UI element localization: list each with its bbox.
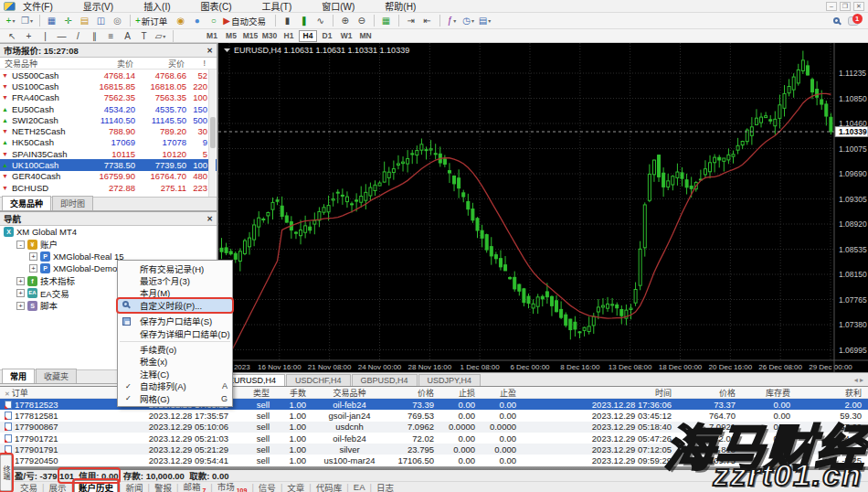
navigator-panel-icon[interactable]: ▤ xyxy=(77,14,92,27)
search-icon[interactable] xyxy=(829,14,844,27)
new-order-icon[interactable]: +新订单 xyxy=(134,14,172,27)
timeframe-M30[interactable]: M30 xyxy=(260,30,279,42)
navigator-tab[interactable]: 收藏夹 xyxy=(36,369,77,383)
chart-tab[interactable]: GBPUSD,H4 xyxy=(352,374,418,386)
timeframe-D1[interactable]: D1 xyxy=(318,30,336,42)
history-row[interactable]: 1779204502023.12.29 09:54:41sell1.00us10… xyxy=(0,455,868,465)
terminal-tab-3[interactable]: 新闻 xyxy=(122,481,146,492)
strategy-tester-icon[interactable]: ◎ xyxy=(110,14,125,27)
cursor-icon[interactable]: ↖ xyxy=(5,29,20,43)
minimize-button[interactable]: – xyxy=(826,2,837,11)
crosshair-icon[interactable]: + xyxy=(21,29,37,43)
data-window-icon[interactable]: ✛ xyxy=(60,14,76,27)
deposit-icon[interactable]: ◉ xyxy=(173,14,188,27)
market-watch-row[interactable]: ▼SPAIN35Cash10115101205 xyxy=(0,148,217,159)
periods-icon[interactable]: ◷▾ xyxy=(460,14,476,27)
history-row[interactable]: 1779008672023.12.29 05:10:06sell1.00usdc… xyxy=(0,422,868,433)
fibonacci-icon[interactable]: ≡ xyxy=(103,29,119,43)
market-watch-row[interactable]: ▼NETH25Cash788.90789.2030 xyxy=(0,125,217,136)
market-watch-row[interactable]: ▼US100Cash16815.8516818.05220 xyxy=(0,80,217,91)
close-button[interactable]: ✕ xyxy=(853,2,864,11)
equidistant-channel-icon[interactable]: ∥ xyxy=(87,29,102,43)
market-watch-row[interactable]: ▲UK100Cash7738.507739.50100 xyxy=(0,159,217,170)
tile-windows-icon[interactable]: ▦ xyxy=(378,14,394,27)
history-row[interactable]: 1779017212023.12.29 05:21:03sell1.00oil-… xyxy=(0,433,868,444)
tree-expander-icon[interactable]: + xyxy=(29,252,37,261)
context-menu-item[interactable]: 税金(x) xyxy=(118,356,232,368)
context-menu-item[interactable]: ✓自动排列(A)A xyxy=(118,380,232,392)
market-watch-tab[interactable]: 交易品种 xyxy=(2,196,51,210)
price-chart[interactable]: 1.112351.108501.104601.100751.096901.093… xyxy=(217,43,868,372)
menu-item-0[interactable]: 文件(F) xyxy=(23,2,53,12)
text-label-icon[interactable]: T xyxy=(136,29,152,43)
terminal-tab-7[interactable]: 信号 xyxy=(255,481,280,492)
terminal-tab-6[interactable]: 市场 109 xyxy=(214,480,251,492)
chart-tab[interactable]: USDCHF,H4 xyxy=(286,374,351,386)
horizontal-line-icon[interactable]: — xyxy=(54,29,69,43)
chart-tabs-scroll-icons[interactable]: ◂ ▸ xyxy=(854,376,868,384)
auto-trading-icon[interactable]: ▶自动交易 xyxy=(222,14,270,27)
context-menu-item[interactable]: ✓网格(G)G xyxy=(118,392,232,404)
menu-item-3[interactable]: 图表(C) xyxy=(201,2,232,12)
terminal-tab-4[interactable]: 警报 xyxy=(151,481,175,492)
history-close-icon[interactable]: ✕ xyxy=(5,390,12,397)
chart-tab[interactable]: USDJPY,H4 xyxy=(418,374,481,386)
notifications-icon[interactable]: 1 xyxy=(845,14,861,27)
templates-icon[interactable]: ▤▾ xyxy=(477,14,492,27)
navigator-item[interactable]: XXM Global MT4 xyxy=(0,226,217,238)
shapes-icon[interactable]: ▱▾ xyxy=(153,29,168,43)
market-watch-scrollbar[interactable] xyxy=(208,70,216,197)
terminal-tab-9[interactable]: 代码库 xyxy=(312,481,346,492)
market-watch-row[interactable]: ▲HK50Cash17069170789 xyxy=(0,137,217,148)
auto-scroll-icon[interactable]: ⇥ xyxy=(403,14,418,27)
candlestick-chart-icon[interactable]: ❚ xyxy=(296,14,312,27)
market-watch-row[interactable]: ▼GER40Cash16759.9016764.70480 xyxy=(0,171,217,182)
tree-expander-icon[interactable]: + xyxy=(16,289,25,297)
navigator-close-icon[interactable]: ✕ xyxy=(206,215,213,223)
terminal-tab-2[interactable]: 账户历史 xyxy=(74,480,118,492)
terminal-panel-icon[interactable]: ◫ xyxy=(93,14,109,27)
terminal-tab-11[interactable]: 日志 xyxy=(373,481,397,492)
menu-item-1[interactable]: 显示(V) xyxy=(83,2,113,12)
market-watch-close-icon[interactable]: ✕ xyxy=(206,47,213,55)
terminal-tab-8[interactable]: 文章 xyxy=(283,481,308,492)
chart-canvas[interactable]: 1.112351.108501.104601.100751.096901.093… xyxy=(218,43,868,372)
zoom-in-icon[interactable]: ⊕ xyxy=(337,14,353,27)
terminal-tab-5[interactable]: 邮箱 7 xyxy=(179,480,209,492)
market-watch-row[interactable]: ▼FRA40Cash7562.357563.35100 xyxy=(0,92,217,103)
terminal-tab-0[interactable]: 交易 xyxy=(16,481,41,492)
timeframe-M5[interactable]: M5 xyxy=(222,30,240,42)
vertical-line-icon[interactable]: | xyxy=(37,29,53,43)
terminal-tab-1[interactable]: 展示 xyxy=(45,481,69,492)
website-icon[interactable]: ○ xyxy=(206,14,221,27)
restore-button[interactable]: ❐ xyxy=(840,2,851,11)
text-icon[interactable]: A xyxy=(120,29,135,43)
context-menu-item[interactable]: 自定义时段(P)... xyxy=(118,299,232,311)
navigator-item[interactable]: -¥账户 xyxy=(0,238,217,250)
context-menu-item[interactable]: 保存为详细户口结单(D) xyxy=(118,327,232,339)
chart-shift-icon[interactable]: ⇤ xyxy=(419,14,435,27)
terminal-tab-10[interactable]: EA xyxy=(350,482,369,492)
line-chart-icon[interactable]: ∿ xyxy=(312,14,328,27)
context-menu-item[interactable]: 所有交易记录(H) xyxy=(118,262,232,274)
navigator-tab[interactable]: 常用 xyxy=(2,369,35,383)
market-watch-row[interactable]: ▼US500Cash4768.144768.6652 xyxy=(0,70,217,80)
market-watch-row[interactable]: ▼BCHUSD272.88275.11223 xyxy=(0,182,217,193)
indicators-icon[interactable]: ƒ▾ xyxy=(444,14,460,27)
tree-expander-icon[interactable]: + xyxy=(16,277,25,285)
context-menu-item[interactable]: 手续费(o) xyxy=(118,343,232,355)
new-chart-icon[interactable]: +▾ xyxy=(3,14,18,27)
market-watch-row[interactable]: ▲EU50Cash4534.204535.70150 xyxy=(0,103,217,114)
timeframe-W1[interactable]: W1 xyxy=(337,30,355,42)
timeframe-H4[interactable]: H4 xyxy=(299,30,317,42)
trendline-icon[interactable]: / xyxy=(70,29,86,43)
context-menu-item[interactable]: 本月(M) xyxy=(118,287,232,299)
context-menu-item[interactable]: 注释(C) xyxy=(118,368,232,380)
history-row[interactable]: 1779017912023.12.29 05:21:29sell1.00silv… xyxy=(0,444,868,455)
terminal-vertical-tab[interactable]: 终端 xyxy=(0,455,12,491)
history-row[interactable]: 1778125812023.12.28 17:35:57sell1.00gsoi… xyxy=(0,410,868,421)
market-watch-row[interactable]: ▲SWI20Cash11140.5011145.50500 xyxy=(0,114,217,125)
menu-item-6[interactable]: 帮助(H) xyxy=(385,2,416,12)
context-menu-item[interactable]: 最近3个月(3) xyxy=(118,274,232,286)
tree-expander-icon[interactable]: - xyxy=(16,241,25,249)
